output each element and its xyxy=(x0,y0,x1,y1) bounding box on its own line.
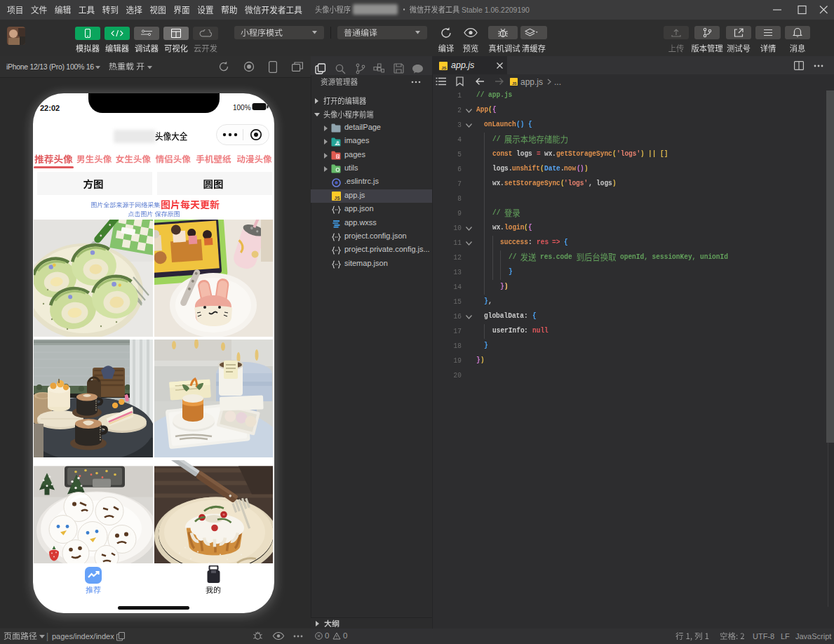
svg-text:JS: JS xyxy=(441,65,446,69)
svg-text:JS: JS xyxy=(335,196,341,201)
svg-text:JS: JS xyxy=(512,81,517,85)
